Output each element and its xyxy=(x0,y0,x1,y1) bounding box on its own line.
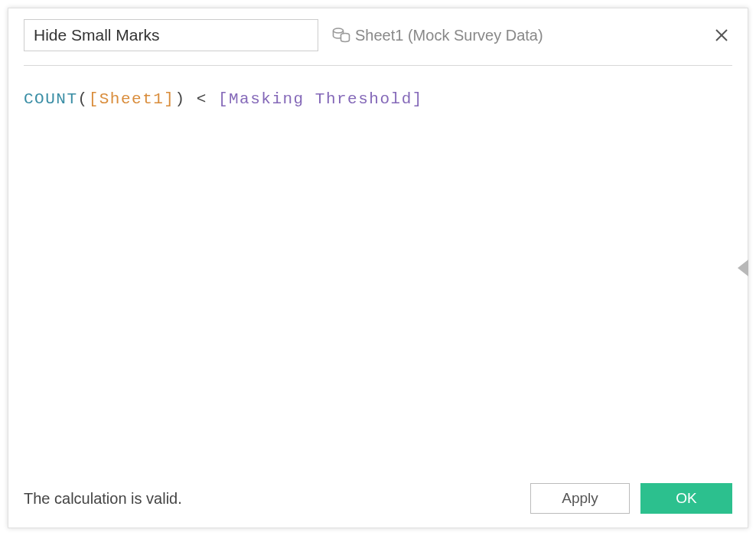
formula-token-parameter: [Masking Threshold] xyxy=(218,90,423,108)
formula-token-paren: ) xyxy=(174,90,185,108)
dialog-footer: The calculation is valid. Apply OK xyxy=(8,472,748,528)
expand-panel-handle[interactable] xyxy=(738,260,748,276)
datasource-icon xyxy=(332,27,350,44)
calculation-name-input[interactable] xyxy=(24,19,318,51)
calculation-editor-dialog: Sheet1 (Mock Survey Data) COUNT([Sheet1]… xyxy=(8,8,748,528)
formula-token-operator: < xyxy=(197,90,207,108)
dialog-header: Sheet1 (Mock Survey Data) xyxy=(8,8,748,65)
formula-token-paren: ( xyxy=(78,90,89,108)
apply-button[interactable]: Apply xyxy=(530,483,630,514)
datasource-label: Sheet1 (Mock Survey Data) xyxy=(355,27,543,44)
ok-button[interactable]: OK xyxy=(640,483,732,514)
validation-status: The calculation is valid. xyxy=(24,490,520,508)
close-icon[interactable] xyxy=(711,24,732,46)
formula-token-field: [Sheet1] xyxy=(89,90,175,108)
svg-point-0 xyxy=(334,28,344,33)
formula-editor[interactable]: COUNT([Sheet1]) < [Masking Threshold] xyxy=(8,66,748,472)
formula-token-function: COUNT xyxy=(24,90,78,108)
datasource-selector[interactable]: Sheet1 (Mock Survey Data) xyxy=(332,27,697,44)
